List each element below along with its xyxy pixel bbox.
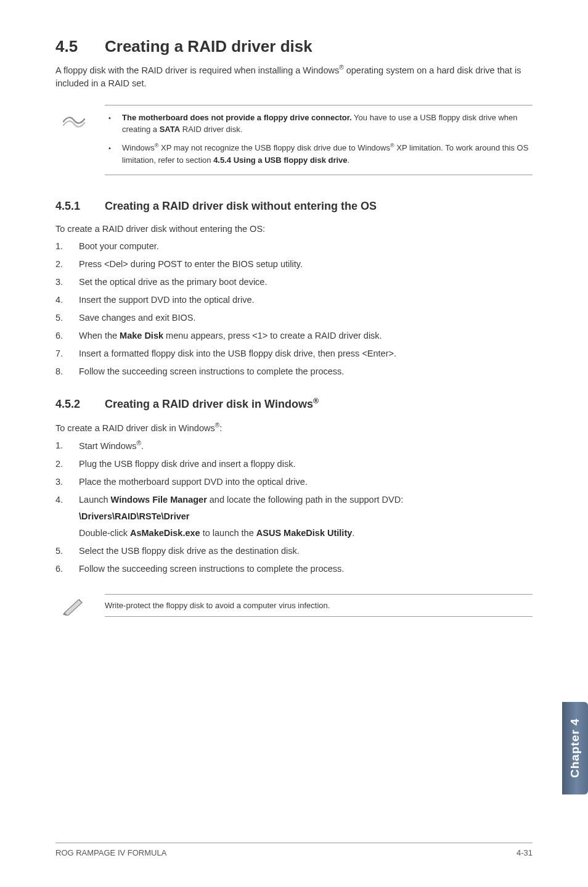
list-item: 6.Follow the succeeding screen instructi… xyxy=(55,563,533,576)
list-item: 4. Launch Windows File Manager and locat… xyxy=(55,493,533,540)
list-item: 3.Place the motherboard support DVD into… xyxy=(55,476,533,489)
registered-mark: ® xyxy=(390,142,394,149)
step-text: Press <Del> during POST to enter the BIO… xyxy=(79,258,533,271)
tip-text: Write-protect the floppy disk to avoid a… xyxy=(105,601,330,610)
subsection-title-text: Creating a RAID driver disk without ente… xyxy=(105,200,377,212)
list-item: 4.Insert the support DVD into the optica… xyxy=(55,294,533,307)
list-item: 1.Start Windows®. xyxy=(55,439,533,453)
step-text: Select the USB floppy disk drive as the … xyxy=(79,545,533,558)
step-number: 5. xyxy=(55,311,79,324)
step-number: 4. xyxy=(55,294,79,307)
step1-post: . xyxy=(141,441,144,451)
intro-pre: A floppy disk with the RAID driver is re… xyxy=(55,65,339,75)
subsection-number: 4.5.2 xyxy=(55,398,105,411)
step-text: Save changes and exit BIOS. xyxy=(79,311,533,324)
bullet-icon: • xyxy=(105,142,122,166)
lead-text: To create a RAID driver disk in Windows®… xyxy=(55,422,533,433)
step-number: 4. xyxy=(55,493,79,540)
step-number: 5. xyxy=(55,545,79,558)
step-text: Launch Windows File Manager and locate t… xyxy=(79,493,533,540)
note-item: • Windows® XP may not recognize the USB … xyxy=(105,142,533,166)
note2-pre: Windows xyxy=(122,143,155,152)
step-number: 1. xyxy=(55,240,79,253)
page-footer: ROG RAMPAGE IV FORMULA 4-31 xyxy=(55,843,533,857)
note1-plain2: RAID driver disk. xyxy=(180,125,242,134)
registered-mark: ® xyxy=(339,64,343,71)
step-text: Follow the succeeding screen instruction… xyxy=(79,563,533,576)
list-item: 3.Set the optical drive as the primary b… xyxy=(55,276,533,289)
step4-pre: Launch xyxy=(79,495,111,505)
list-item: 2.Plug the USB floppy disk drive and ins… xyxy=(55,458,533,471)
step-number: 6. xyxy=(55,563,79,576)
step-number: 2. xyxy=(55,258,79,271)
list-item: 6.When the Make Disk menu appears, press… xyxy=(55,329,533,342)
chapter-tab: Chapter 4 xyxy=(562,702,588,794)
lead-pre: To create a RAID driver disk in Windows xyxy=(55,423,215,433)
step6-post: menu appears, press <1> to create a RAID… xyxy=(163,331,382,340)
section-number: 4.5 xyxy=(55,37,105,56)
step-number: 8. xyxy=(55,365,79,378)
step-text: Insert the support DVD into the optical … xyxy=(79,294,533,307)
step4-path: \Drivers\RAID\RSTe\Driver xyxy=(79,511,189,521)
section-title-text: Creating a RAID driver disk xyxy=(105,37,312,56)
step4-line2-pre: Double-click xyxy=(79,528,130,538)
pencil-icon xyxy=(62,596,86,616)
step-text: Set the optical drive as the primary boo… xyxy=(79,276,533,289)
step-number: 2. xyxy=(55,458,79,471)
bullet-icon: • xyxy=(105,112,122,136)
note1-bold-mid: SATA xyxy=(160,125,180,134)
section-heading: 4.5Creating a RAID driver disk xyxy=(55,37,533,56)
step6-bold: Make Disk xyxy=(120,331,163,340)
lead-text: To create a RAID driver disk without ent… xyxy=(55,224,533,234)
tip-block: Write-protect the floppy disk to avoid a… xyxy=(105,594,533,617)
footer-right: 4-31 xyxy=(517,848,533,857)
subsection-heading: 4.5.2Creating a RAID driver disk in Wind… xyxy=(55,397,533,411)
step4-b1: Windows File Manager xyxy=(111,495,207,505)
step-text: Place the motherboard support DVD into t… xyxy=(79,476,533,489)
chapter-tab-label: Chapter 4 xyxy=(568,719,582,778)
step6-pre: When the xyxy=(79,331,120,340)
note2-post: . xyxy=(348,155,350,165)
step-text: Plug the USB floppy disk drive and inser… xyxy=(79,458,533,471)
list-item: 2.Press <Del> during POST to enter the B… xyxy=(55,258,533,271)
registered-mark: ® xyxy=(136,440,141,447)
intro-paragraph: A floppy disk with the RAID driver is re… xyxy=(55,64,533,90)
list-item: 7.Insert a formatted floppy disk into th… xyxy=(55,347,533,360)
step-number: 7. xyxy=(55,347,79,360)
steps-list: 1.Boot your computer. 2.Press <Del> duri… xyxy=(55,240,533,378)
step-text: When the Make Disk menu appears, press <… xyxy=(79,329,533,342)
note-text: The motherboard does not provide a flopp… xyxy=(122,112,533,136)
list-item: 8.Follow the succeeding screen instructi… xyxy=(55,365,533,378)
note-block: • The motherboard does not provide a flo… xyxy=(105,105,533,175)
note2-bold: 4.5.4 Using a USB floppy disk drive xyxy=(213,155,347,165)
lead-post: : xyxy=(219,423,222,433)
step4-line2-mid: to launch the xyxy=(200,528,256,538)
step4-mid: and locate the following path in the sup… xyxy=(207,495,403,505)
step-text: Follow the succeeding screen instruction… xyxy=(79,365,533,378)
note-icon xyxy=(62,113,86,130)
subsection-number: 4.5.1 xyxy=(55,200,105,213)
step-text: Boot your computer. xyxy=(79,240,533,253)
note-list: • The motherboard does not provide a flo… xyxy=(105,112,533,166)
step4-line2-b1: AsMakeDisk.exe xyxy=(130,528,200,538)
step-text: Insert a formatted floppy disk into the … xyxy=(79,347,533,360)
note-item: • The motherboard does not provide a flo… xyxy=(105,112,533,136)
note-text: Windows® XP may not recognize the USB fl… xyxy=(122,142,533,166)
subsection-heading: 4.5.1Creating a RAID driver disk without… xyxy=(55,200,533,213)
list-item: 5.Select the USB floppy disk drive as th… xyxy=(55,545,533,558)
step-number: 6. xyxy=(55,329,79,342)
sub2-title-pre: Creating a RAID driver disk in Windows xyxy=(105,398,313,410)
step1-pre: Start Windows xyxy=(79,441,136,451)
step-number: 3. xyxy=(55,476,79,489)
step4-line2-post: . xyxy=(352,528,354,538)
list-item: 1.Boot your computer. xyxy=(55,240,533,253)
registered-mark: ® xyxy=(313,397,319,405)
list-item: 5.Save changes and exit BIOS. xyxy=(55,311,533,324)
steps-list: 1.Start Windows®. 2.Plug the USB floppy … xyxy=(55,439,533,576)
step-number: 3. xyxy=(55,276,79,289)
step-text: Start Windows®. xyxy=(79,439,533,453)
note2-mid1: XP may not recognize the USB floppy disk… xyxy=(158,143,390,152)
footer-left: ROG RAMPAGE IV FORMULA xyxy=(55,848,166,857)
step-number: 1. xyxy=(55,439,79,453)
step4-line2-b2: ASUS MakeDisk Utility xyxy=(256,528,353,538)
